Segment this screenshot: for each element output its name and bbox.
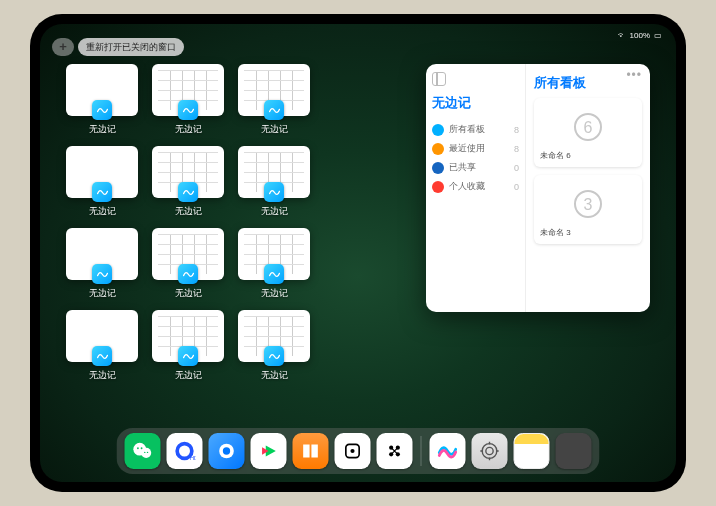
sidebar-toggle-icon[interactable]: [432, 72, 446, 86]
sidebar-category[interactable]: 所有看板 8: [432, 120, 519, 139]
sidebar-category[interactable]: 最近使用 8: [432, 139, 519, 158]
category-label: 最近使用: [449, 142, 485, 155]
board-name: 未命名 3: [540, 227, 636, 238]
freeform-app-icon: [178, 100, 198, 120]
sidebar-category[interactable]: 个人收藏 0: [432, 177, 519, 196]
sidebar-category[interactable]: 已共享 0: [432, 158, 519, 177]
freeform-app-icon: [92, 264, 112, 284]
svg-point-17: [350, 449, 354, 453]
category-count: 0: [514, 182, 519, 192]
window-label: 无边记: [238, 287, 310, 300]
category-label: 个人收藏: [449, 180, 485, 193]
window-label: 无边记: [66, 287, 138, 300]
wifi-icon: ᯤ: [618, 31, 626, 40]
svg-point-23: [486, 447, 493, 454]
freeform-app-icon: [92, 346, 112, 366]
main-app-window[interactable]: ••• 无边记 所有看板 8 最近使用 8 已共享 0 个人收藏 0 所有看板 …: [426, 64, 650, 312]
svg-point-6: [137, 447, 139, 449]
battery-level: 100%: [630, 31, 650, 40]
board-preview: 6: [540, 104, 636, 150]
dock-app-generic-2[interactable]: [377, 433, 413, 469]
freeform-app-icon: [178, 182, 198, 202]
add-window-button[interactable]: +: [52, 38, 74, 56]
window-thumbnail[interactable]: 无边记: [238, 228, 310, 302]
window-label: 无边记: [238, 369, 310, 382]
window-label: 无边记: [238, 205, 310, 218]
freeform-app-icon: [264, 182, 284, 202]
svg-point-5: [141, 448, 151, 458]
svg-point-9: [147, 452, 148, 453]
dock-app-qq-browser[interactable]: [209, 433, 245, 469]
dock-app-notes[interactable]: [514, 433, 550, 469]
content-pane: 所有看板 6 未命名 6 3 未命名 3: [526, 64, 650, 312]
sidebar: 无边记 所有看板 8 最近使用 8 已共享 0 个人收藏 0: [426, 64, 526, 312]
category-count: 8: [514, 144, 519, 154]
freeform-app-icon: [264, 264, 284, 284]
category-icon: [432, 162, 444, 174]
board-preview: 3: [540, 181, 636, 227]
window-label: 无边记: [66, 205, 138, 218]
window-menu-icon[interactable]: •••: [626, 68, 642, 82]
window-label: 无边记: [152, 369, 224, 382]
window-thumbnail[interactable]: 无边记: [152, 146, 224, 220]
board-name: 未命名 6: [540, 150, 636, 161]
freeform-app-icon: [178, 346, 198, 366]
svg-point-8: [144, 452, 145, 453]
window-thumbnail[interactable]: 无边记: [66, 64, 138, 138]
window-thumbnail[interactable]: 无边记: [66, 228, 138, 302]
window-thumbnail[interactable]: 无边记: [152, 64, 224, 138]
svg-text:3: 3: [584, 196, 593, 213]
dock: HD: [117, 428, 600, 474]
dock-app-iqiyi[interactable]: [251, 433, 287, 469]
window-label: 无边记: [152, 205, 224, 218]
board-card[interactable]: 6 未命名 6: [534, 98, 642, 167]
reopen-closed-window-button[interactable]: 重新打开已关闭的窗口: [78, 38, 184, 56]
svg-text:6: 6: [584, 119, 593, 136]
window-thumbnail[interactable]: 无边记: [66, 146, 138, 220]
category-count: 8: [514, 125, 519, 135]
window-thumbnail[interactable]: 无边记: [238, 310, 310, 384]
dock-app-settings[interactable]: [472, 433, 508, 469]
screen: ᯤ 100% ▭ + 重新打开已关闭的窗口 无边记 无边记 无边记 无边记: [40, 24, 676, 482]
freeform-app-icon: [264, 346, 284, 366]
category-icon: [432, 143, 444, 155]
window-thumbnail[interactable]: 无边记: [238, 64, 310, 138]
dock-app-generic-1[interactable]: [335, 433, 371, 469]
window-label: 无边记: [152, 287, 224, 300]
freeform-app-icon: [178, 264, 198, 284]
window-label: 无边记: [238, 123, 310, 136]
window-thumbnail[interactable]: 无边记: [152, 310, 224, 384]
category-icon: [432, 124, 444, 136]
window-label: 无边记: [152, 123, 224, 136]
dock-app-quark[interactable]: HD: [167, 433, 203, 469]
freeform-app-icon: [264, 100, 284, 120]
dock-app-books[interactable]: [293, 433, 329, 469]
stage-area: 无边记 无边记 无边记 无边记 无边记 无边记 无边记: [66, 64, 650, 426]
freeform-app-icon: [92, 100, 112, 120]
window-thumbnail[interactable]: 无边记: [66, 310, 138, 384]
window-thumbnail[interactable]: 无边记: [238, 146, 310, 220]
sidebar-title: 无边记: [432, 94, 519, 112]
svg-text:HD: HD: [190, 455, 196, 461]
svg-point-13: [223, 447, 230, 454]
dock-app-library[interactable]: [556, 433, 592, 469]
dock-app-freeform[interactable]: [430, 433, 466, 469]
category-label: 所有看板: [449, 123, 485, 136]
dock-app-wechat[interactable]: [125, 433, 161, 469]
ipad-frame: ᯤ 100% ▭ + 重新打开已关闭的窗口 无边记 无边记 无边记 无边记: [30, 14, 686, 492]
battery-icon: ▭: [654, 31, 662, 40]
freeform-app-icon: [92, 182, 112, 202]
svg-point-7: [141, 447, 143, 449]
window-grid: 无边记 无边记 无边记 无边记 无边记 无边记 无边记: [66, 64, 396, 426]
window-thumbnail[interactable]: 无边记: [152, 228, 224, 302]
board-card[interactable]: 3 未命名 3: [534, 175, 642, 244]
category-icon: [432, 181, 444, 193]
svg-point-22: [482, 444, 497, 459]
window-label: 无边记: [66, 369, 138, 382]
dock-separator: [421, 436, 422, 466]
top-controls: + 重新打开已关闭的窗口: [52, 38, 184, 56]
category-label: 已共享: [449, 161, 476, 174]
window-label: 无边记: [66, 123, 138, 136]
category-count: 0: [514, 163, 519, 173]
